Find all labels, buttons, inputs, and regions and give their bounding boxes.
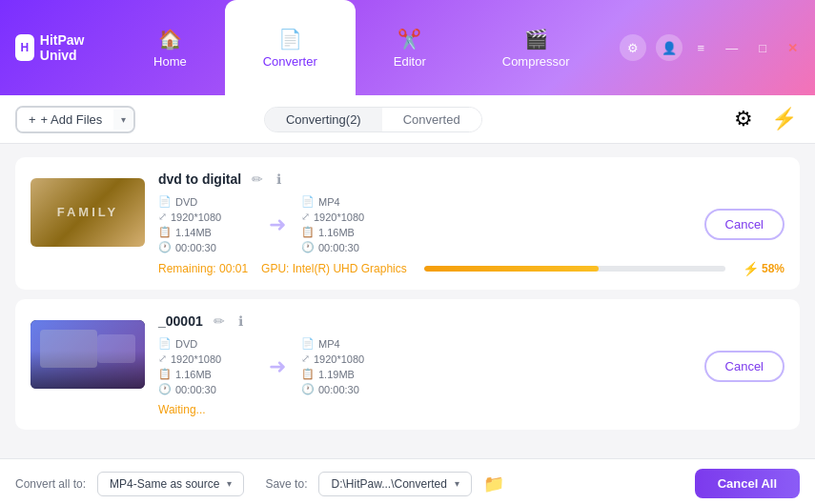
file2-info-btn[interactable]: ℹ bbox=[235, 312, 246, 330]
file2-output-format: 📄 MP4 bbox=[301, 337, 397, 350]
file1-input-resolution: ⤢ 1920*1080 bbox=[158, 211, 254, 223]
out-resolution-icon-1: ⤢ bbox=[301, 211, 310, 223]
bottom-bar: Convert all to: MP4-Same as source ▾ Sav… bbox=[0, 458, 815, 504]
editor-icon: ✂️ bbox=[397, 28, 421, 50]
file2-input-duration: 🕐 00:00:30 bbox=[158, 383, 254, 395]
out-clock-icon-1: 🕐 bbox=[301, 241, 315, 253]
clock-icon-2: 🕐 bbox=[158, 383, 172, 395]
compressor-icon: 🎬 bbox=[524, 28, 548, 50]
file2-input-size: 📋 1.16MB bbox=[158, 368, 254, 380]
format-icon-1: 📄 bbox=[158, 195, 172, 208]
settings2-icon: ⚙ bbox=[734, 107, 753, 131]
tab-home-label: Home bbox=[153, 54, 187, 69]
file-title-row-1: dvd to digital ✏ ℹ bbox=[158, 171, 784, 188]
tab-converter[interactable]: 📄 Converter bbox=[225, 0, 356, 95]
add-files-button[interactable]: + + Add Files ▾ bbox=[15, 106, 135, 133]
file-name-2: _00001 bbox=[158, 313, 203, 329]
menu-btn[interactable]: ≡ bbox=[692, 39, 711, 57]
content-tab-group: Converting(2) Converted bbox=[264, 107, 482, 132]
file1-info-btn[interactable]: ℹ bbox=[274, 171, 284, 188]
file1-progress-fill bbox=[424, 266, 599, 272]
logo-area: H HitPaw Univd bbox=[0, 0, 115, 95]
cancel-all-label: Cancel All bbox=[718, 476, 777, 491]
speed-icon-btn[interactable]: ⚡ bbox=[767, 103, 800, 135]
main-content: FAMILY dvd to digital ✏ ℹ 📄 DVD bbox=[0, 144, 815, 458]
settings-icon-btn[interactable]: ⚙ bbox=[727, 103, 760, 135]
out-size-icon-2: 📋 bbox=[301, 368, 315, 380]
close-btn[interactable]: ✕ bbox=[782, 39, 804, 57]
file1-speed: 58% bbox=[762, 262, 784, 275]
bolt-icon-1: ⚡ bbox=[743, 261, 759, 276]
add-files-label: + Add Files bbox=[41, 112, 103, 127]
thumb1-text: FAMILY bbox=[57, 205, 118, 219]
add-files-dropdown-btn[interactable]: ▾ bbox=[113, 110, 133, 130]
tab-converter-label: Converter bbox=[263, 54, 317, 69]
file1-gpu: GPU: Intel(R) UHD Graphics bbox=[261, 262, 407, 275]
file2-input-resolution: ⤢ 1920*1080 bbox=[158, 353, 254, 365]
file2-output-resolution: ⤢ 1920*1080 bbox=[301, 353, 397, 365]
file1-input-size: 📋 1.14MB bbox=[158, 226, 254, 238]
file1-input-meta: 📄 DVD ⤢ 1920*1080 📋 1.14MB 🕐 bbox=[158, 195, 254, 253]
add-icon: + bbox=[29, 112, 36, 127]
maximize-btn[interactable]: □ bbox=[753, 39, 772, 57]
size-icon-2: 📋 bbox=[158, 368, 172, 380]
file-card-1: FAMILY dvd to digital ✏ ℹ 📄 DVD bbox=[15, 157, 800, 290]
file-meta-row-2: 📄 DVD ⤢ 1920*1080 📋 1.16MB 🕐 bbox=[158, 337, 784, 395]
file-card-row-2: _00001 ✏ ℹ 📄 DVD ⤢ 1920*1080 bbox=[31, 312, 784, 395]
file1-progress-bar bbox=[424, 266, 725, 272]
tab-editor-label: Editor bbox=[394, 54, 426, 69]
format-value: MP4-Same as source bbox=[110, 477, 219, 491]
cancel-all-btn[interactable]: Cancel All bbox=[695, 469, 800, 498]
settings-btn[interactable]: ⚙ bbox=[620, 34, 646, 61]
save-path-arrow: ▾ bbox=[455, 478, 459, 489]
file1-output-format: 📄 MP4 bbox=[301, 195, 397, 208]
out-size-icon-1: 📋 bbox=[301, 226, 315, 238]
arrow-icon-1: ➜ bbox=[269, 212, 286, 237]
file2-output-size: 📋 1.19MB bbox=[301, 368, 397, 380]
file-card-2: _00001 ✏ ℹ 📄 DVD ⤢ 1920*1080 bbox=[15, 299, 800, 430]
format-select[interactable]: MP4-Same as source ▾ bbox=[97, 472, 244, 496]
out-clock-icon-2: 🕐 bbox=[301, 383, 315, 395]
window-controls: ⚙ 👤 ≡ — □ ✕ bbox=[608, 0, 815, 95]
save-path-select[interactable]: D:\HitPaw...\Converted ▾ bbox=[318, 472, 471, 496]
tab-converting-label: Converting(2) bbox=[286, 112, 361, 127]
file-name-1: dvd to digital bbox=[158, 171, 241, 187]
file1-edit-btn[interactable]: ✏ bbox=[249, 171, 266, 188]
open-folder-btn[interactable]: 📁 bbox=[483, 474, 504, 494]
file2-output-meta: 📄 MP4 ⤢ 1920*1080 📋 1.19MB 🕐 bbox=[301, 337, 397, 395]
format-select-arrow: ▾ bbox=[227, 478, 232, 489]
file2-edit-btn[interactable]: ✏ bbox=[211, 312, 228, 330]
user-btn[interactable]: 👤 bbox=[656, 34, 683, 61]
tab-compressor[interactable]: 🎬 Compressor bbox=[464, 0, 608, 95]
file-info-2: _00001 ✏ ℹ 📄 DVD ⤢ 1920*1080 bbox=[158, 312, 784, 395]
resolution-icon-1: ⤢ bbox=[158, 211, 167, 223]
file2-output-duration: 🕐 00:00:30 bbox=[301, 383, 397, 395]
out-resolution-icon-2: ⤢ bbox=[301, 353, 310, 365]
add-files-main-btn[interactable]: + + Add Files bbox=[17, 108, 113, 131]
file1-progress-row: Remaining: 00:01 GPU: Intel(R) UHD Graph… bbox=[31, 261, 784, 276]
nav-tabs: 🏠 Home 📄 Converter ✂️ Editor 🎬 Compresso… bbox=[115, 0, 608, 95]
file-meta-row-1: 📄 DVD ⤢ 1920*1080 📋 1.14MB 🕐 bbox=[158, 195, 784, 253]
converter-icon: 📄 bbox=[278, 28, 302, 50]
tab-home[interactable]: 🏠 Home bbox=[115, 0, 225, 95]
speed-icon: ⚡ bbox=[771, 107, 797, 131]
file2-waiting: Waiting... bbox=[31, 403, 784, 416]
file2-cancel-btn[interactable]: Cancel bbox=[704, 351, 784, 382]
thumbnail-1: FAMILY bbox=[31, 178, 145, 247]
out-format-icon-1: 📄 bbox=[301, 195, 315, 208]
tab-editor[interactable]: ✂️ Editor bbox=[356, 0, 464, 95]
arrow-icon-2: ➜ bbox=[269, 354, 286, 379]
tab-converted[interactable]: Converted bbox=[382, 108, 481, 131]
tab-converted-label: Converted bbox=[403, 112, 460, 127]
app-title: HitPaw Univd bbox=[40, 32, 100, 63]
file1-input-format: 📄 DVD bbox=[158, 195, 254, 208]
file-title-row-2: _00001 ✏ ℹ bbox=[158, 312, 784, 330]
app-header: H HitPaw Univd 🏠 Home 📄 Converter ✂️ Edi… bbox=[0, 0, 815, 95]
file1-remaining: Remaining: 00:01 bbox=[158, 262, 248, 275]
file1-output-resolution: ⤢ 1920*1080 bbox=[301, 211, 397, 223]
home-icon: 🏠 bbox=[158, 28, 182, 50]
minimize-btn[interactable]: — bbox=[720, 39, 744, 57]
tab-converting[interactable]: Converting(2) bbox=[265, 108, 382, 131]
file1-cancel-btn[interactable]: Cancel bbox=[704, 209, 784, 240]
file1-output-duration: 🕐 00:00:30 bbox=[301, 241, 397, 253]
